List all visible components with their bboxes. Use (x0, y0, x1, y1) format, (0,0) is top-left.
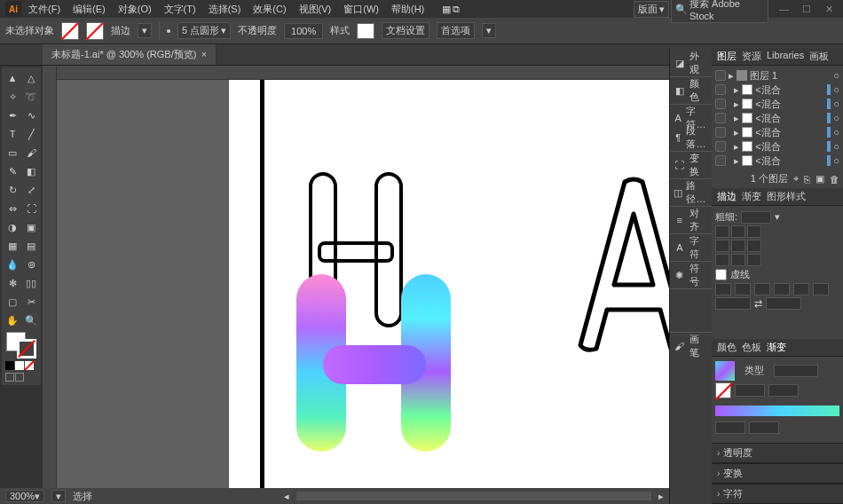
scroll-left-icon[interactable]: ◂ (284, 491, 289, 502)
layer-row[interactable]: ▸<混合○ (715, 83, 839, 97)
tab-gradient[interactable]: 渐变 (742, 190, 761, 203)
corner-buttons[interactable] (715, 240, 839, 252)
gradient-tool[interactable]: ▤ (22, 237, 40, 255)
perspective-tool[interactable]: ▣ (22, 218, 40, 236)
screen-mode-row[interactable] (4, 373, 40, 383)
tab-gradient2[interactable]: 渐变 (767, 341, 786, 354)
tab-artboards[interactable]: 画板 (809, 50, 829, 63)
menu-object[interactable]: 对象(O) (113, 1, 157, 18)
arrange-icon[interactable]: ⧉ (453, 4, 460, 15)
selection-tool[interactable]: ▲ (4, 69, 21, 87)
lasso-tool[interactable]: ➰ (22, 88, 40, 106)
stroke-panel[interactable]: 粗细:▾ 虚线 ⇄ (712, 206, 843, 338)
style-chip[interactable] (357, 23, 374, 39)
tab-stroke[interactable]: 描边 (717, 190, 737, 203)
rectangle-tool[interactable]: ▭ (4, 144, 21, 161)
gradient-type-dropdown[interactable] (774, 365, 818, 377)
canvas[interactable] (51, 66, 660, 488)
fill-stroke-control[interactable] (4, 330, 40, 360)
tab-graphicstyles[interactable]: 图形样式 (767, 190, 806, 203)
tab-swatches[interactable]: 色板 (742, 341, 761, 354)
grad-stroke-swatch[interactable] (715, 382, 731, 398)
visibility-toggle[interactable] (715, 113, 726, 123)
dock-pathfinder[interactable]: ◫路径… (670, 183, 712, 202)
visibility-toggle[interactable] (715, 70, 726, 81)
close-button[interactable]: ✕ (825, 4, 838, 14)
layer-row[interactable]: ▸<混合○ (715, 97, 839, 111)
ruler-vertical[interactable] (43, 66, 57, 488)
stroke-weight-input[interactable] (741, 211, 771, 224)
visibility-toggle[interactable] (715, 98, 726, 109)
layers-panel-tabs[interactable]: 图层 资源 Libraries 画板 (712, 48, 843, 66)
menu-help[interactable]: 帮助(H) (386, 1, 429, 18)
direct-selection-tool[interactable]: △ (22, 69, 40, 87)
rotate-tool[interactable]: ↻ (4, 181, 21, 199)
width-tool[interactable]: ⇔ (4, 200, 21, 217)
brush-definition[interactable]: 5 点圆形 ▾ (177, 22, 231, 39)
document-tab[interactable]: 未标题-1.ai* @ 300% (RGB/预览) × (43, 44, 217, 65)
tab-assets[interactable]: 资源 (742, 50, 761, 63)
color-mode-row[interactable] (4, 361, 40, 372)
eraser-tool[interactable]: ◧ (22, 162, 40, 180)
new-sublayer-icon[interactable]: ⎘ (804, 174, 810, 185)
minimize-button[interactable]: — (779, 4, 792, 14)
dock-symbols[interactable]: ✺符号 (670, 265, 712, 285)
pencil-tool[interactable]: ✎ (4, 162, 21, 180)
pen-tool[interactable]: ✒ (4, 106, 21, 124)
ruler-horizontal[interactable] (43, 66, 669, 80)
stroke-swatch[interactable] (86, 22, 104, 40)
dock-transform[interactable]: ⛶变换 (670, 155, 712, 175)
visibility-toggle[interactable] (715, 84, 726, 95)
visibility-toggle[interactable] (715, 155, 726, 166)
shape-builder-tool[interactable]: ◑ (4, 218, 21, 236)
menu-file[interactable]: 文件(F) (23, 1, 66, 18)
dock-char2[interactable]: A字符 (670, 238, 712, 257)
panel-transform[interactable]: 变换 (712, 463, 843, 484)
cap-buttons[interactable] (715, 225, 839, 238)
tab-color[interactable]: 颜色 (717, 341, 737, 354)
artboard-tool[interactable]: ▢ (4, 293, 21, 311)
delete-layer-icon[interactable]: 🗑 (830, 174, 839, 185)
menu-view[interactable]: 视图(V) (294, 1, 337, 18)
grad-location-input[interactable] (749, 421, 779, 434)
stroke-color[interactable] (17, 339, 36, 358)
preferences-button[interactable]: 首选项 (437, 22, 475, 39)
hand-tool[interactable]: ✋ (4, 311, 21, 329)
gradient-panel[interactable]: 类型 (712, 357, 843, 443)
layer-row-top[interactable]: ▸图层 1○ (715, 68, 839, 83)
menu-window[interactable]: 窗口(W) (338, 1, 384, 18)
menu-select[interactable]: 选择(S) (203, 1, 247, 18)
dock-align[interactable]: ≡对齐 (670, 210, 712, 230)
dock-color[interactable]: ◧颜色 (670, 81, 712, 100)
column-graph-tool[interactable]: ▯▯ (22, 274, 40, 292)
locate-icon[interactable]: ⌖ (793, 173, 799, 185)
menu-effect[interactable]: 效果(C) (248, 1, 291, 18)
layers-panel[interactable]: ▸图层 1○ ▸<混合○ ▸<混合○ ▸<混合○ ▸<混合○ ▸<混合○ ▸<混… (712, 66, 843, 169)
opacity-input[interactable] (284, 23, 323, 39)
search-input[interactable]: 🔍 搜索 Adobe Stock (671, 0, 768, 23)
scroll-right-icon[interactable]: ▸ (658, 491, 664, 502)
curvature-tool[interactable]: ∿ (22, 106, 40, 124)
panel-transparency[interactable]: 透明度 (712, 443, 843, 463)
eyedropper-tool[interactable]: 💧 (4, 256, 21, 273)
layer-row[interactable]: ▸<混合○ (715, 111, 839, 125)
docsetup-button[interactable]: 文档设置 (382, 22, 429, 39)
stroke-panel-tabs[interactable]: 描边 渐变 图形样式 (712, 188, 843, 206)
tab-libraries[interactable]: Libraries (767, 50, 804, 63)
symbol-sprayer-tool[interactable]: ✻ (4, 274, 21, 292)
zoom-level[interactable]: 300% ▾ (5, 490, 44, 502)
blend-tool[interactable]: ⊚ (22, 256, 40, 273)
type-tool[interactable]: T (4, 125, 21, 143)
workspace-switcher[interactable]: 版面 ▾ (634, 1, 669, 18)
bridge-icon[interactable]: ▦ (442, 4, 451, 15)
panel-character[interactable]: 字符 (712, 484, 843, 504)
menu-edit[interactable]: 编辑(E) (67, 1, 111, 18)
stroke-weight-dropdown[interactable]: ▾ (138, 23, 152, 38)
visibility-toggle[interactable] (715, 141, 726, 152)
arrowheads[interactable]: ⇄ (715, 297, 839, 310)
grad-angle-input[interactable] (735, 384, 765, 397)
dock-brushes[interactable]: 🖌画笔 (670, 336, 712, 356)
layer-row[interactable]: ▸<混合○ (715, 139, 839, 154)
layer-row[interactable]: ▸<混合○ (715, 125, 839, 139)
menu-type[interactable]: 文字(T) (159, 1, 201, 18)
